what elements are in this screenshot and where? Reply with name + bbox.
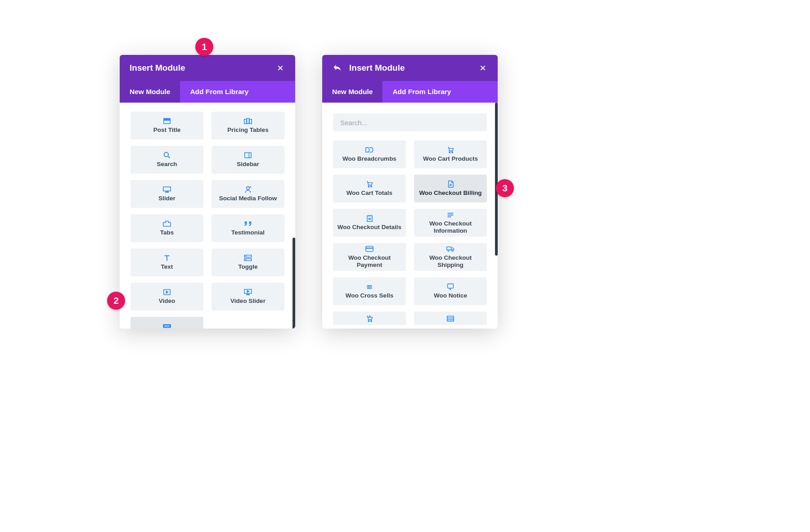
- module-item[interactable]: Woo Checkout Details: [333, 209, 406, 237]
- module-item[interactable]: Social Media Follow: [212, 180, 284, 208]
- modal-header: Insert Module: [120, 55, 295, 81]
- module-item[interactable]: Slider: [130, 180, 203, 208]
- svg-rect-26: [366, 247, 373, 252]
- back-icon[interactable]: [332, 63, 342, 73]
- svg-point-18: [249, 294, 250, 295]
- module-item[interactable]: [414, 311, 487, 325]
- svg-point-11: [247, 187, 249, 189]
- svg-rect-3: [247, 119, 249, 124]
- search-input[interactable]: [333, 113, 487, 131]
- post-title-icon: [163, 117, 171, 125]
- module-item[interactable]: Pricing Tables: [212, 112, 284, 140]
- module-label: Tabs: [160, 229, 174, 236]
- module-label: Woo Cart Totals: [346, 189, 392, 197]
- module-item[interactable]: Woo Checkout Payment: [333, 243, 406, 271]
- module-item[interactable]: Search: [130, 146, 203, 174]
- svg-rect-2: [244, 119, 247, 124]
- modal-tabs: New Module Add From Library: [120, 81, 295, 103]
- cart-icon: [446, 146, 454, 153]
- module-label: Woo Checkout Details: [338, 224, 401, 231]
- module-item[interactable]: Toggle: [212, 248, 284, 276]
- svg-point-17: [248, 294, 248, 295]
- svg-point-30: [368, 320, 369, 321]
- info-icon: [446, 211, 454, 218]
- module-item[interactable]: Woo Checkout Shipping: [414, 243, 487, 271]
- tab-new-module[interactable]: New Module: [322, 81, 382, 103]
- scrollbar[interactable]: [292, 238, 295, 329]
- modal-content: Post TitlePricing TablesSearchSidebarSli…: [120, 103, 295, 329]
- module-label: Text: [161, 263, 173, 271]
- annotation-badge-1: 1: [195, 38, 213, 56]
- svg-rect-12: [244, 255, 252, 257]
- svg-text:woo: woo: [164, 325, 170, 328]
- text-icon: [163, 254, 171, 261]
- quote-icon: [244, 220, 252, 227]
- module-label: Search: [157, 161, 177, 168]
- module-label: Post Title: [153, 126, 181, 134]
- module-label: Testimonial: [231, 229, 265, 236]
- module-item[interactable]: wooWoo Modules: [130, 317, 203, 329]
- shipping-icon: [446, 245, 454, 252]
- module-item[interactable]: Woo Checkout Billing: [414, 175, 487, 203]
- svg-point-5: [164, 153, 169, 157]
- close-icon[interactable]: [478, 63, 488, 73]
- module-item[interactable]: [333, 311, 406, 325]
- module-item[interactable]: Woo Cart Totals: [333, 175, 406, 203]
- svg-rect-1: [164, 119, 170, 121]
- module-grid: Woo BreadcrumbsWoo Cart ProductsWoo Cart…: [333, 131, 487, 325]
- module-item[interactable]: Woo Breadcrumbs: [333, 140, 406, 168]
- video-icon: [163, 289, 171, 296]
- tab-add-from-library[interactable]: Add From Library: [382, 81, 461, 103]
- module-item[interactable]: Woo Cart Products: [414, 140, 487, 168]
- svg-rect-29: [448, 284, 454, 289]
- module-item[interactable]: Video Slider: [212, 283, 284, 311]
- module-item[interactable]: Woo Notice: [414, 277, 487, 305]
- social-icon: [244, 186, 252, 193]
- svg-rect-13: [244, 259, 252, 261]
- svg-point-24: [371, 186, 372, 187]
- module-label: Video Slider: [230, 298, 266, 305]
- module-item[interactable]: Video: [130, 283, 203, 311]
- insert-module-modal-right: Insert Module New Module Add From Librar…: [322, 55, 498, 329]
- svg-rect-32: [447, 316, 454, 321]
- annotation-badge-2: 2: [107, 292, 125, 310]
- svg-point-16: [247, 294, 248, 295]
- module-label: Toggle: [238, 263, 257, 271]
- list-icon: [446, 315, 454, 322]
- svg-point-27: [448, 250, 449, 252]
- close-icon[interactable]: [275, 63, 285, 73]
- module-item[interactable]: Woo Cross Sells: [333, 277, 406, 305]
- module-item[interactable]: Text: [130, 248, 203, 276]
- sidebar-icon: [244, 152, 252, 159]
- module-label: Sidebar: [237, 161, 259, 168]
- module-item[interactable]: Post Title: [130, 112, 203, 140]
- svg-rect-7: [163, 187, 171, 191]
- module-label: Woo Cross Sells: [346, 292, 393, 299]
- module-label: Social Media Follow: [219, 195, 277, 202]
- svg-rect-4: [249, 119, 252, 124]
- notice-icon: [446, 283, 454, 290]
- module-item[interactable]: Sidebar: [212, 146, 284, 174]
- module-grid: Post TitlePricing TablesSearchSidebarSli…: [130, 103, 284, 329]
- svg-point-23: [368, 186, 369, 187]
- annotation-badge-3: 3: [496, 179, 514, 197]
- search-icon: [163, 152, 171, 159]
- tab-add-from-library[interactable]: Add From Library: [180, 81, 258, 103]
- scrollbar[interactable]: [495, 103, 498, 256]
- svg-point-22: [452, 152, 453, 153]
- module-item[interactable]: Testimonial: [212, 214, 284, 242]
- module-label: Slider: [158, 195, 176, 202]
- module-label: Pricing Tables: [227, 126, 268, 134]
- toggle-icon: [244, 254, 252, 261]
- modal-header: Insert Module: [322, 55, 498, 81]
- svg-rect-6: [245, 153, 251, 158]
- slider-icon: [163, 186, 171, 193]
- breadcrumbs-icon: [365, 146, 374, 153]
- module-item[interactable]: Tabs: [130, 214, 203, 242]
- module-item[interactable]: Woo Checkout Information: [414, 209, 487, 237]
- insert-module-modal-left: Insert Module New Module Add From Librar…: [120, 55, 295, 329]
- module-label: Woo Notice: [434, 292, 467, 299]
- svg-point-10: [168, 192, 169, 193]
- modal-title: Insert Module: [349, 63, 478, 73]
- tab-new-module[interactable]: New Module: [120, 81, 180, 103]
